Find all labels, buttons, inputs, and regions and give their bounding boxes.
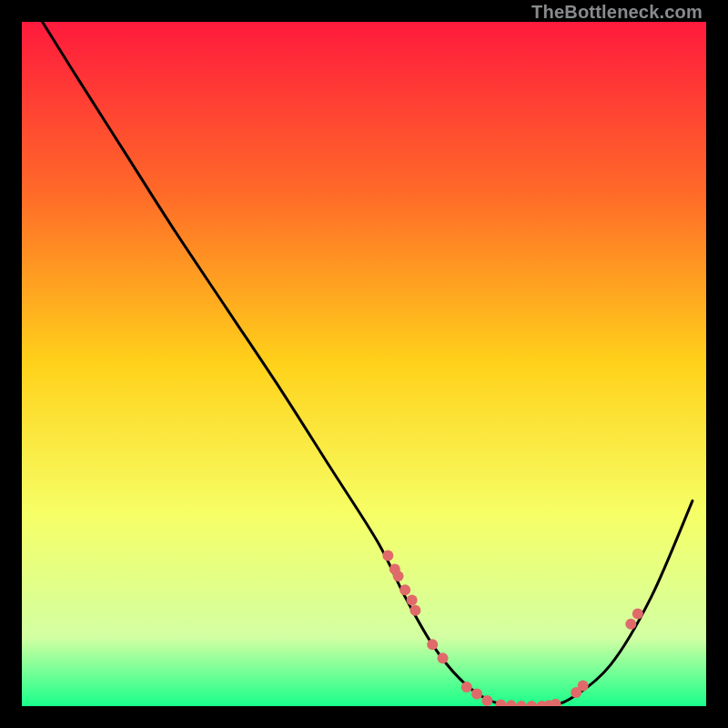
data-marker: [393, 571, 404, 581]
data-marker: [427, 639, 438, 650]
data-marker: [632, 608, 643, 619]
data-marker: [471, 688, 482, 699]
data-marker: [382, 551, 393, 561]
data-marker: [410, 605, 420, 616]
data-marker: [578, 680, 589, 691]
data-marker: [481, 695, 492, 706]
gradient-background: [22, 22, 706, 706]
data-marker: [625, 619, 636, 630]
data-marker: [461, 682, 472, 693]
chart-frame: [22, 22, 706, 706]
data-marker: [407, 594, 418, 605]
chart-svg: [22, 22, 706, 706]
data-marker: [399, 584, 410, 595]
watermark-text: TheBottleneck.com: [531, 2, 703, 23]
data-marker: [437, 652, 448, 663]
